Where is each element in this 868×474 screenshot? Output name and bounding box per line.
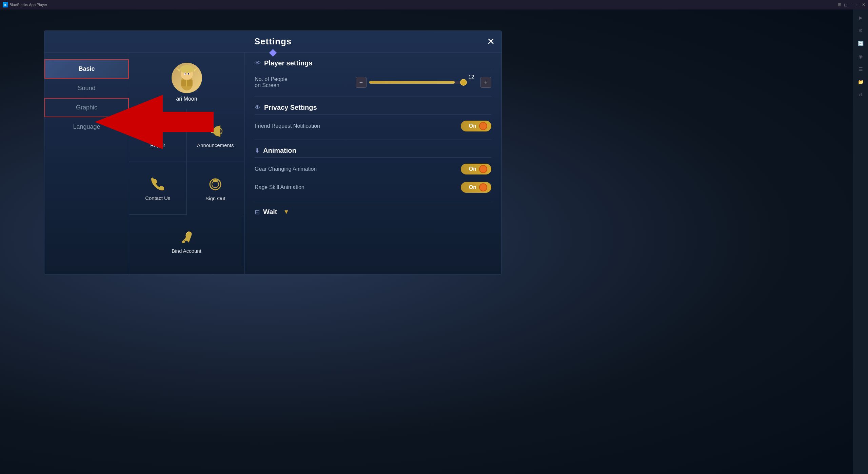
repair-cell[interactable]: Repair xyxy=(129,109,187,162)
home-icon[interactable]: ⊞ xyxy=(838,2,841,7)
privacy-settings-icon: 👁 xyxy=(255,104,261,111)
close-icon[interactable]: ✕ xyxy=(862,2,865,7)
separator-3 xyxy=(255,201,491,201)
wait-header: ⊟ Wait ▼ xyxy=(255,208,491,216)
bluestacks-title: BlueStacks App Player xyxy=(9,3,47,7)
sidebar-btn-4[interactable]: ◉ xyxy=(855,51,866,62)
nav-item-graphic[interactable]: Graphic xyxy=(44,98,129,117)
announcements-label: Announcements xyxy=(197,142,234,148)
sidebar-btn-1[interactable]: ▶ xyxy=(855,12,866,23)
privacy-settings-section: 👁 Privacy Settings Friend Request Notifi… xyxy=(255,104,491,133)
gear-animation-label: Gear Changing Animation xyxy=(255,166,317,172)
right-sidebar: ▶ ⚙ 🔄 ◉ ☰ 📁 ↺ xyxy=(853,9,868,474)
nav-item-language[interactable]: Language xyxy=(44,118,129,136)
modal-body: Basic Sound Graphic Language xyxy=(44,53,501,274)
friend-request-row: Friend Request Notification On xyxy=(255,119,491,133)
slider-minus-btn[interactable]: − xyxy=(356,77,367,88)
window-controls: ⊞ ◻ — □ ✕ xyxy=(838,2,865,7)
slider-track[interactable] xyxy=(369,81,464,84)
friend-request-toggle-label: On xyxy=(469,123,476,129)
svg-point-11 xyxy=(153,134,155,137)
slider-plus-btn[interactable]: + xyxy=(480,77,491,88)
privacy-settings-header: 👁 Privacy Settings xyxy=(255,104,491,115)
no-of-people-label: No. of Peopleon Screen xyxy=(255,76,288,88)
player-name: ari Moon xyxy=(176,96,197,102)
modal-close-button[interactable]: ✕ xyxy=(487,37,495,46)
animation-section: ⬇ Animation Gear Changing Animation On R… xyxy=(255,147,491,194)
sidebar-btn-6[interactable]: 📁 xyxy=(855,77,866,87)
slider-wrapper: 12 xyxy=(369,81,464,84)
announcements-icon xyxy=(207,123,224,140)
separator-1 xyxy=(255,97,491,97)
rage-skill-toggle-label: On xyxy=(469,184,476,190)
minimize-icon[interactable]: — xyxy=(850,2,854,7)
sidebar-btn-7[interactable]: ↺ xyxy=(855,89,866,100)
friend-request-toggle[interactable]: On xyxy=(461,121,491,131)
wait-section: ⊟ Wait ▼ xyxy=(255,208,491,216)
maximize-icon[interactable]: □ xyxy=(857,2,859,7)
animation-icon: ⬇ xyxy=(255,147,260,154)
nav-panel: Basic Sound Graphic Language xyxy=(44,53,129,274)
sign-out-icon xyxy=(207,176,224,193)
toggle-circle-3 xyxy=(479,183,487,191)
svg-marker-8 xyxy=(194,68,198,72)
separator-2 xyxy=(255,140,491,140)
privacy-settings-title: Privacy Settings xyxy=(264,104,317,111)
sidebar-btn-2[interactable]: ⚙ xyxy=(855,25,866,36)
no-of-people-row: No. of Peopleon Screen − 12 + xyxy=(255,75,491,90)
animation-header: ⬇ Animation xyxy=(255,147,491,158)
player-settings-section: 👁 Player settings No. of Peopleon Screen… xyxy=(255,59,491,90)
toggle-circle-1 xyxy=(479,122,487,130)
bind-account-label: Bind Account xyxy=(172,248,201,254)
profile-section: ari Moon xyxy=(129,59,244,109)
player-settings-icon: 👁 xyxy=(255,60,261,67)
svg-point-6 xyxy=(188,73,189,75)
svg-point-17 xyxy=(182,241,185,243)
bluestacks-logo: B BlueStacks App Player xyxy=(3,2,47,7)
contact-us-cell[interactable]: Contact Us xyxy=(129,162,187,215)
avatar-image xyxy=(173,64,200,91)
bind-account-cell[interactable]: Bind Account xyxy=(129,215,244,267)
contact-us-icon xyxy=(149,176,166,192)
action-grid: Repair Announcements xyxy=(129,109,244,267)
gear-animation-toggle[interactable]: On xyxy=(461,164,491,174)
sign-out-label: Sign Out xyxy=(205,195,225,201)
svg-marker-7 xyxy=(176,68,180,72)
svg-point-5 xyxy=(184,73,185,75)
modal-header: Settings ✕ xyxy=(44,31,501,53)
repair-label: Repair xyxy=(150,142,165,148)
avatar-container xyxy=(172,63,202,93)
rage-skill-toggle[interactable]: On xyxy=(461,182,491,193)
nav-item-sound[interactable]: Sound xyxy=(44,79,129,97)
sidebar-btn-5[interactable]: ☰ xyxy=(855,64,866,75)
slider-fill xyxy=(369,81,455,84)
bluestacks-bar: B BlueStacks App Player ⊞ ◻ — □ ✕ xyxy=(0,0,868,9)
settings-panel: 👁 Player settings No. of Peopleon Screen… xyxy=(244,53,501,274)
announcements-cell[interactable]: Announcements xyxy=(187,109,244,162)
avatar xyxy=(172,63,202,93)
animation-title: Animation xyxy=(263,147,296,154)
gear-animation-row: Gear Changing Animation On xyxy=(255,162,491,176)
slider-value: 12 xyxy=(466,74,474,80)
friend-request-label: Friend Request Notification xyxy=(255,123,320,129)
wait-icon: ⊟ xyxy=(255,208,260,216)
middle-panel: ari Moon Repair xyxy=(129,53,244,274)
settings-modal: Settings ✕ Basic Sound Graphic Language xyxy=(44,30,502,274)
svg-point-2 xyxy=(180,65,194,73)
player-settings-header: 👁 Player settings xyxy=(255,59,491,70)
slider-controls: − 12 + xyxy=(356,77,491,88)
wait-title: Wait xyxy=(263,208,277,216)
rage-skill-row: Rage Skill Animation On xyxy=(255,181,491,194)
nav-item-basic[interactable]: Basic xyxy=(44,59,129,79)
sign-out-cell[interactable]: Sign Out xyxy=(187,162,244,215)
toggle-circle-2 xyxy=(479,165,487,173)
sidebar-btn-3[interactable]: 🔄 xyxy=(855,38,866,49)
chevron-down-icon[interactable]: ▼ xyxy=(283,208,289,215)
modal-title: Settings xyxy=(254,36,292,47)
bind-account-icon xyxy=(178,228,195,245)
bluestacks-logo-icon: B xyxy=(3,2,8,7)
repair-icon xyxy=(149,123,166,140)
gear-animation-toggle-label: On xyxy=(469,166,476,172)
screenshot-icon[interactable]: ◻ xyxy=(844,2,847,7)
rage-skill-label: Rage Skill Animation xyxy=(255,184,304,190)
